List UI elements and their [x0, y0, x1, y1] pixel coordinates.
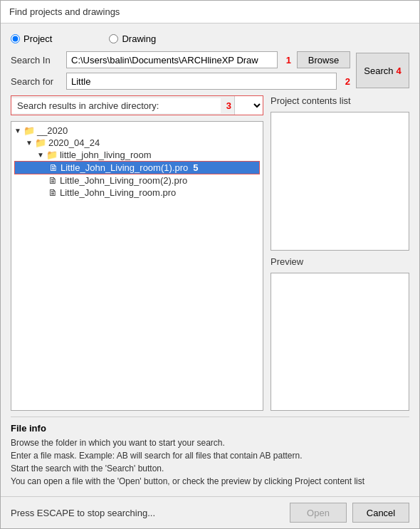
left-panel: Search results in archive directory: 3 ▼… [11, 95, 263, 411]
expand-icon: ▼ [14, 127, 21, 135]
tree-folder-little-label: little_john_living_room [60, 150, 152, 160]
file-icon: 🗎 [48, 187, 58, 198]
file-info-title: File info [11, 423, 409, 434]
main-area: Search results in archive directory: 3 ▼… [11, 95, 409, 411]
radio-project[interactable]: Project [11, 33, 52, 44]
archive-label: Search results in archive directory: [11, 98, 221, 113]
search-in-input[interactable] [66, 51, 278, 68]
folder-icon: 📁 [23, 125, 35, 136]
tree-file-3-label: Little_John_Living_room.pro [60, 187, 176, 198]
tree-file-2[interactable]: 🗎 Little_John_Living_room(2).pro [14, 174, 260, 187]
file-info-line-3: Start the search with the 'Search' butto… [11, 462, 409, 475]
file-info-line-1: Browse the folder in which you want to s… [11, 436, 409, 449]
open-button[interactable]: Open [290, 503, 347, 523]
search-button[interactable]: Search 4 [356, 53, 409, 88]
inputs-and-search: Search In 1 Browse Search for 2 Search 4 [11, 51, 409, 90]
tree-folder-little[interactable]: ▼ 📁 little_john_living_room [14, 149, 260, 161]
radio-project-input[interactable] [11, 34, 20, 43]
tree-folder-2020-04-24[interactable]: ▼ 📁 2020_04_24 [14, 137, 260, 149]
file-info-line-2: Enter a file mask. Example: AB will sear… [11, 449, 409, 462]
search-btn-group: Search 4 [356, 51, 409, 90]
search-in-badge: 1 [286, 55, 291, 66]
file-icon: 🗎 [49, 162, 58, 173]
folder-icon: 📁 [35, 137, 46, 148]
preview-label: Preview [271, 256, 409, 267]
dialog: Find projects and drawings Project Drawi… [0, 0, 420, 529]
folder-icon: 📁 [46, 150, 58, 160]
project-contents-box [271, 112, 409, 251]
search-badge: 4 [396, 66, 401, 76]
search-for-badge: 2 [345, 76, 350, 87]
tree-file-1[interactable]: 🗎 Little_John_Living_room(1).pro 5 [14, 161, 260, 174]
search-in-row: Search In 1 Browse [11, 51, 350, 68]
tree-file-2-label: Little_John_Living_room(2).pro [60, 175, 187, 186]
browse-button[interactable]: Browse [297, 51, 350, 68]
archive-select[interactable] [234, 96, 263, 115]
inputs-column: Search In 1 Browse Search for 2 [11, 51, 350, 90]
cancel-button[interactable]: Cancel [352, 503, 409, 523]
radio-drawing-input[interactable] [109, 34, 118, 43]
radio-drawing[interactable]: Drawing [109, 33, 156, 44]
search-in-label: Search In [11, 55, 61, 66]
right-panel: Project contents list Preview [271, 95, 409, 411]
dialog-content: Project Drawing Search In 1 Browse Searc… [1, 23, 419, 496]
file-info-line-4: You can open a file with the 'Open' butt… [11, 475, 409, 488]
project-contents-label: Project contents list [271, 95, 409, 106]
search-for-row: Search for 2 [11, 73, 350, 90]
file-info-text: Browse the folder in which you want to s… [11, 436, 409, 488]
dialog-title: Find projects and drawings [9, 6, 120, 17]
escape-text: Press ESCAPE to stop searching... [11, 508, 155, 518]
archive-row: Search results in archive directory: 3 [11, 95, 263, 115]
bottom-bar: Press ESCAPE to stop searching... Open C… [1, 496, 419, 528]
radio-project-label: Project [23, 33, 52, 44]
expand-icon: ▼ [26, 139, 33, 147]
file-info-section: File info Browse the folder in which you… [11, 417, 409, 488]
search-for-input[interactable] [66, 73, 337, 90]
bottom-buttons: Open Cancel [290, 503, 409, 523]
archive-badge: 3 [224, 100, 234, 111]
file-tree: ▼ 📁 __2020 ▼ 📁 2020_04_24 ▼ 📁 littl [11, 121, 263, 411]
radio-row: Project Drawing [11, 32, 409, 46]
preview-box [271, 273, 409, 412]
tree-badge: 5 [193, 162, 198, 173]
tree-folder-2020[interactable]: ▼ 📁 __2020 [14, 125, 260, 137]
title-bar: Find projects and drawings [1, 1, 419, 23]
expand-icon: ▼ [37, 151, 44, 159]
tree-file-3[interactable]: 🗎 Little_John_Living_room.pro [14, 187, 260, 199]
search-for-label: Search for [11, 76, 61, 87]
tree-folder-2020-label: __2020 [37, 125, 68, 136]
file-icon: 🗎 [48, 175, 58, 186]
tree-folder-date-label: 2020_04_24 [48, 137, 100, 148]
radio-drawing-label: Drawing [122, 33, 156, 44]
tree-file-1-label: Little_John_Living_room(1).pro [61, 162, 188, 173]
